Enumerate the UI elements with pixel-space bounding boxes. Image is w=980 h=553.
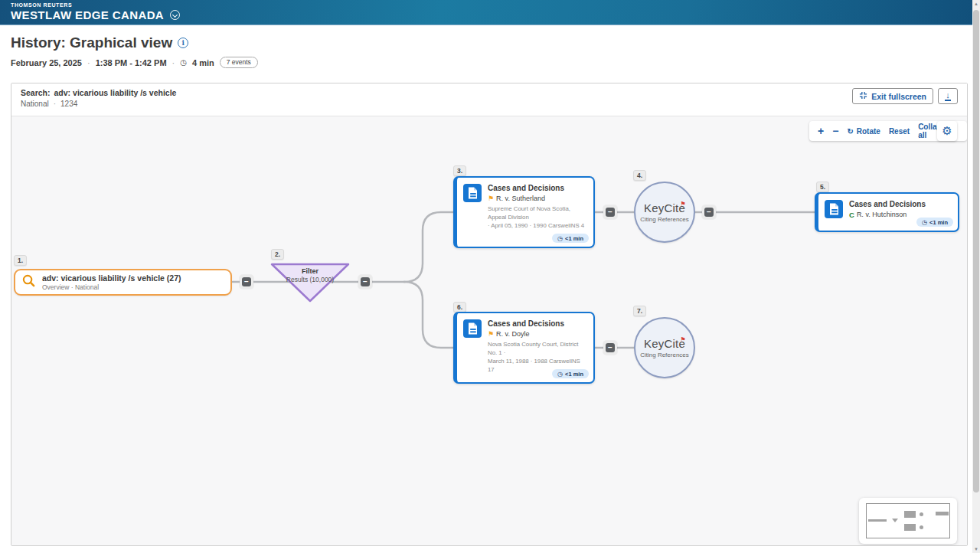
session-duration: 4 min [192,58,214,67]
settings-button[interactable]: ⚙ [937,121,957,141]
node-number-5: 5. [816,182,829,192]
minimap-card-node [904,524,916,531]
brand-thomson-reuters: THOMSON REUTERS [11,2,980,8]
info-icon[interactable]: i [178,38,188,48]
case-detail-line1: Nova Scotia County Court, District No. 1… [488,340,587,357]
search-node-subtitle: Overview · National [42,283,181,291]
node-number-2: 2. [271,249,284,260]
clock-icon: ◷ [557,235,563,242]
search-query: adv: vicarious liability /s vehicle [54,88,177,97]
collapse-button-1[interactable]: − [240,275,253,289]
clock-icon: ◷ [180,58,187,67]
case-name: R. v. Doyle [496,330,529,338]
panel-bar: Search:adv: vicarious liability /s vehic… [11,83,967,116]
document-icon [825,200,843,221]
case-detail-line2: · April 05, 1990 · 1990 CarswellNS 4 [488,221,587,230]
zoom-out-button[interactable]: − [832,126,838,136]
page-title: History: Graphical view [11,34,172,51]
duration-badge: ◷ <1 min [916,218,953,227]
scroll-down-arrow[interactable]: ▼ [972,547,980,551]
separator: · [54,100,56,108]
clock-icon: ◷ [922,219,927,226]
collapse-button-3[interactable]: − [603,205,617,219]
keycite-logo: KeyCite ⚑ [644,202,685,214]
scrollbar-thumb[interactable] [973,10,979,492]
keycite-logo: KeyCite ⚑ [644,338,685,350]
case-name: R. v. Hutchinson [857,211,906,218]
minimap-viewport [866,503,950,538]
keycite-red-flag-icon: ⚑ [681,198,686,211]
page-scrollbar[interactable]: ▲ ▼ [972,0,980,553]
node-number-7: 7. [633,306,646,316]
exit-fullscreen-button[interactable]: Exit fullscreen [852,88,933,104]
reset-button[interactable]: Reset [889,127,910,136]
document-node-sutherland[interactable]: Cases and Decisions ⚑ R. v. Sutherland S… [453,176,595,248]
duration-value: <1 min [565,235,583,242]
scroll-up-arrow[interactable]: ▲ [972,2,980,6]
case-detail-line1: Supreme Court of Nova Scotia, Appeal Div… [488,205,587,221]
filter-title: Filter [272,267,348,276]
keycite-subtitle: Citing References [640,216,689,223]
rotate-icon: ↻ [847,127,853,136]
session-meta: February 25, 2025 · 1:38 PM - 1:42 PM · … [11,57,969,68]
collapse-button-4[interactable]: − [702,205,716,219]
keycite-node-7[interactable]: KeyCite ⚑ Citing References [634,317,695,378]
node-number-3: 3. [453,165,466,176]
brand-chevron-down-icon[interactable] [170,10,180,20]
search-node[interactable]: adv: vicarious liability /s vehicle (27)… [14,269,232,296]
card-title: Cases and Decisions [849,200,926,209]
minus-icon: − [242,277,251,286]
document-icon [463,319,482,374]
keycite-flag-icon: ⚑ [488,195,494,202]
clock-icon: ◷ [557,371,563,378]
minimap-search-node [868,519,887,522]
minus-icon: − [606,208,615,217]
exit-fullscreen-icon [859,91,867,101]
download-button[interactable]: ↓ [938,88,958,104]
meta-separator: · [172,58,175,67]
rotate-button[interactable]: ↻ Rotate [847,127,880,136]
minimap-card-node [904,511,916,518]
duration-value: <1 min [929,219,948,226]
keycite-node-4[interactable]: KeyCite ⚑ Citing References [634,182,695,243]
keycite-subtitle: Citing References [640,352,689,358]
minus-icon: − [606,343,615,352]
events-count-badge: 7 events [220,57,258,68]
session-time-range: 1:38 PM - 1:42 PM [96,58,167,67]
zoom-in-button[interactable]: + [818,126,824,136]
document-node-hutchinson[interactable]: Cases and Decisions C R. v. Hutchinson ◷… [815,192,959,232]
minimap-card-node [936,512,949,515]
search-icon [21,273,36,291]
document-node-doyle[interactable]: Cases and Decisions ⚑ R. v. Doyle Nova S… [453,312,595,384]
collapse-button-2[interactable]: − [358,275,372,289]
session-date: February 25, 2025 [11,58,82,67]
minimap[interactable] [859,498,957,544]
card-title: Cases and Decisions [488,184,587,193]
app-header: THOMSON REUTERS WESTLAW EDGE CANADA [0,0,980,25]
node-number-1: 1. [14,255,27,266]
minimap-circle-node [920,512,923,516]
search-label: Search: [21,88,51,97]
brand-westlaw-edge-canada: WESTLAW EDGE CANADA [11,8,164,21]
filter-node[interactable]: Filter Results (10,000) [272,267,348,283]
keycite-flag-icon: ⚑ [488,331,494,338]
page-head: History: Graphical view i February 25, 2… [0,25,980,68]
minimap-filter-node [892,519,898,522]
search-summary: Search:adv: vicarious liability /s vehic… [21,88,176,108]
keycite-citation-icon: C [849,211,854,218]
duration-badge: ◷ <1 min [552,369,589,378]
keycite-wordmark: KeyCite [644,201,685,214]
gear-icon: ⚙ [942,124,952,138]
node-number-4: 4. [633,170,646,181]
graph-canvas[interactable]: + − ↻ Rotate Reset Collapse all ⚙ 1. 2. … [11,116,967,545]
search-node-title: adv: vicarious liability /s vehicle (27) [42,273,181,283]
duration-badge: ◷ <1 min [552,234,589,243]
card-title: Cases and Decisions [488,319,587,329]
document-icon [463,184,482,230]
keycite-wordmark: KeyCite [644,337,685,350]
collapse-button-6[interactable]: − [603,341,617,355]
exit-fullscreen-label: Exit fullscreen [871,92,926,101]
case-name: R. v. Sutherland [496,195,545,202]
filter-subtitle: Results (10,000) [272,276,348,283]
duration-value: <1 min [565,371,583,378]
